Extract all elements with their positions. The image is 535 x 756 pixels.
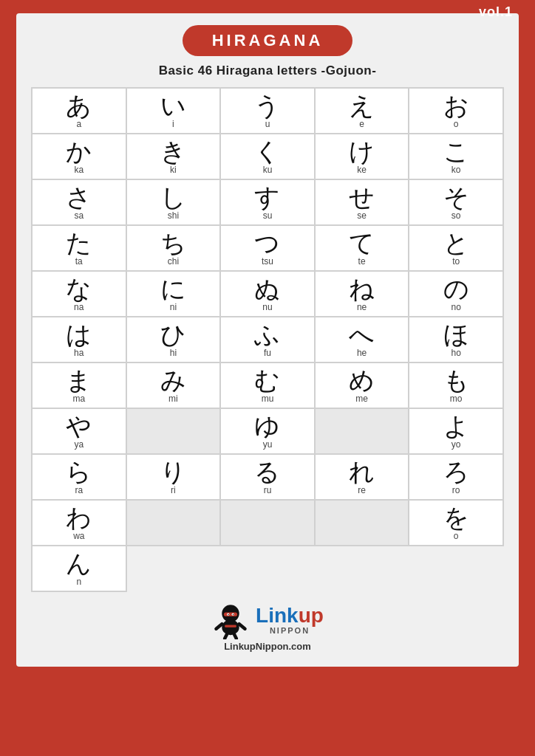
kana-character: し [129,185,219,210]
empty-cell [220,500,315,546]
kana-cell: ゆyu [220,408,315,454]
kana-cell: みmi [126,362,221,408]
romaji-label: re [317,485,407,495]
romaji-label: sa [34,210,124,221]
romaji-label: te [317,256,407,267]
kana-character: こ [411,139,501,164]
kana-character: め [317,368,407,393]
nippon-label: NIPPON [256,626,324,635]
kana-cell: へhe [315,317,409,362]
romaji-label: ri [129,485,219,495]
kana-character: す [222,185,313,210]
svg-line-9 [225,633,227,639]
kana-character: む [222,368,313,393]
kana-character: ふ [222,322,313,347]
kana-character: た [34,230,124,255]
romaji-label: wa [34,531,124,541]
romaji-label: ko [411,165,501,175]
kana-cell: ひhi [126,317,221,362]
kana-cell: にni [126,271,221,317]
kana-cell: てte [315,225,409,271]
kana-cell: ろro [409,454,503,500]
kana-cell: りri [126,454,221,500]
kana-character: や [34,413,124,439]
kana-cell: さsa [32,179,126,225]
kana-cell: くku [220,134,315,179]
kana-character: る [222,459,313,484]
kana-character: い [129,93,219,118]
romaji-label: ho [411,348,501,358]
kana-character: ゆ [222,413,313,439]
kana-cell: むmu [220,362,315,408]
romaji-label: nu [222,302,313,312]
logo-area: Linkup NIPPON [211,601,324,639]
kana-cell: そso [409,179,503,225]
romaji-label: no [411,302,501,312]
romaji-label: ni [129,302,219,312]
romaji-label: ku [222,165,313,175]
svg-point-4 [228,614,229,616]
kana-character: な [34,276,124,301]
kana-character: お [411,93,501,118]
kana-cell: ぬnu [220,271,315,317]
kana-cell: めme [315,362,409,408]
empty-cell [126,500,221,546]
kana-character: の [411,276,501,301]
romaji-label: su [222,210,313,221]
kana-cell: しshi [126,179,221,225]
kana-cell: るru [220,454,315,500]
kana-cell: ねne [315,271,409,317]
footer: Linkup NIPPON LinkupNippon.com [31,601,504,652]
romaji-label: ta [34,256,124,267]
kana-cell: よyo [409,408,503,454]
romaji-label: u [222,119,313,129]
romaji-label: tsu [222,256,313,267]
romaji-label: a [34,119,124,129]
kana-character: か [34,139,124,164]
kana-cell: えe [315,88,409,134]
romaji-label: ma [34,394,124,404]
romaji-label: me [317,394,407,404]
empty-cell [315,408,409,454]
romaji-label: mi [129,394,219,404]
romaji-label: ha [34,348,124,358]
kana-character: に [129,276,219,301]
romaji-label: shi [129,210,219,221]
romaji-label: ro [411,485,501,495]
kana-cell: いi [126,88,221,134]
romaji-label: e [317,119,407,129]
kana-cell: らra [32,454,126,500]
romaji-label: hi [129,348,219,358]
kana-character: へ [317,322,407,347]
romaji-label: ke [317,165,407,175]
kana-character: つ [222,230,313,255]
kana-character: れ [317,459,407,484]
page-subtitle: Basic 46 Hiragana letters -Gojuon- [31,63,504,78]
vol-label: vol.1 [479,4,513,20]
romaji-label: yo [411,439,501,450]
kana-cell: はha [32,317,126,362]
kana-character: も [411,368,501,393]
romaji-label: ya [34,439,124,450]
romaji-label: ki [129,165,219,175]
kana-character: よ [411,413,501,439]
kana-cell: もmo [409,362,503,408]
kana-cell: すsu [220,179,315,225]
romaji-label: i [129,119,219,129]
romaji-label: chi [129,256,219,267]
romaji-label: o [411,119,501,129]
kana-character: ち [129,230,219,255]
kana-character: を [411,505,501,530]
kana-character: さ [34,185,124,210]
kana-cell: れre [315,454,409,500]
romaji-label: ru [222,485,313,495]
kana-cell: ちchi [126,225,221,271]
kana-cell: こko [409,134,503,179]
kana-cell: たta [32,225,126,271]
link-text: Link [256,604,299,627]
kana-cell: をo [409,500,503,546]
kana-cell: とto [409,225,503,271]
kana-character: あ [34,93,124,118]
page-title: HIRAGANA [183,25,353,56]
kana-character: う [222,93,313,118]
